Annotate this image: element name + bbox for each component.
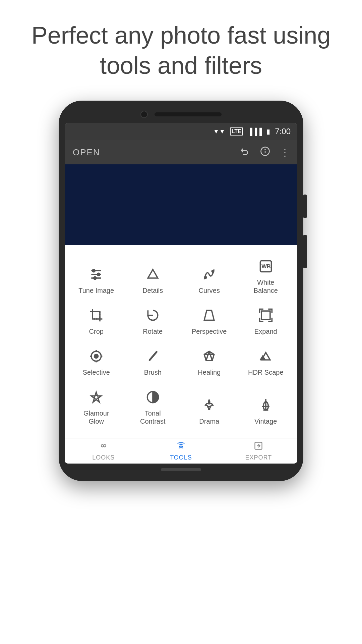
headline: Perfect any photo fast using tools and f… xyxy=(0,20,362,80)
tool-glamour-glow[interactable]: Glamour Glow xyxy=(68,382,125,431)
app-toolbar: OPEN xyxy=(65,140,297,164)
nav-export[interactable]: EXPORT xyxy=(220,441,297,461)
export-label: EXPORT xyxy=(245,454,272,461)
nav-looks[interactable]: LOOKS xyxy=(65,441,142,461)
tune-image-label: Tune Image xyxy=(78,286,114,294)
tool-details[interactable]: Details xyxy=(125,252,181,301)
hdr-scape-label: HDR Scape xyxy=(248,368,284,376)
tool-expand[interactable]: Expand xyxy=(238,301,294,341)
bottom-nav: LOOKS TOOLS xyxy=(65,438,297,464)
svg-rect-17 xyxy=(261,311,270,320)
wifi-icon: ▼ xyxy=(213,128,225,135)
volume-button xyxy=(303,195,307,218)
healing-label: Healing xyxy=(198,368,221,376)
looks-label: LOOKS xyxy=(92,454,115,461)
svg-point-8 xyxy=(98,273,100,275)
svg-point-12 xyxy=(212,270,214,272)
perspective-icon xyxy=(200,307,218,324)
more-options-icon[interactable]: ⋮ xyxy=(280,147,289,158)
tool-drama[interactable]: Drama xyxy=(181,382,238,431)
svg-point-11 xyxy=(205,276,207,278)
crop-icon xyxy=(87,307,105,324)
svg-marker-16 xyxy=(204,310,214,320)
tool-grid: Tune Image Details xyxy=(68,252,294,431)
svg-point-31 xyxy=(95,395,98,399)
tool-crop[interactable]: Crop xyxy=(68,301,125,341)
tool-tonal-contrast[interactable]: Tonal Contrast xyxy=(125,382,181,431)
tool-healing[interactable]: Healing xyxy=(181,341,238,382)
tool-white-balance[interactable]: WB White Balance xyxy=(238,252,294,301)
undo-icon[interactable] xyxy=(240,146,250,159)
svg-point-3 xyxy=(265,149,265,150)
home-indicator xyxy=(161,468,201,471)
export-icon xyxy=(254,441,263,453)
looks-icon xyxy=(99,441,108,453)
vintage-icon xyxy=(257,396,275,414)
svg-marker-29 xyxy=(259,355,265,360)
details-label: Details xyxy=(142,286,163,294)
info-icon[interactable] xyxy=(260,146,270,159)
white-balance-label: White Balance xyxy=(254,278,278,294)
signal-bars-icon: ▐▐▐ xyxy=(248,128,262,136)
battery-icon: ▮ xyxy=(266,127,270,136)
svg-marker-30 xyxy=(92,392,101,402)
crop-label: Crop xyxy=(89,327,104,335)
tool-selective[interactable]: Selective xyxy=(68,341,125,382)
tools-label: TOOLS xyxy=(170,454,192,461)
tools-panel: Tune Image Details xyxy=(65,245,297,438)
time-display: 7:00 xyxy=(275,127,291,136)
svg-point-9 xyxy=(94,277,96,279)
details-icon xyxy=(144,266,162,283)
tune-image-icon xyxy=(87,266,105,283)
tools-icon xyxy=(176,441,186,453)
rotate-label: Rotate xyxy=(143,327,163,335)
nav-tools[interactable]: TOOLS xyxy=(142,441,220,461)
curves-icon xyxy=(200,266,218,283)
white-balance-icon: WB xyxy=(257,258,275,275)
tonal-contrast-label: Tonal Contrast xyxy=(140,409,166,425)
front-camera xyxy=(140,111,148,118)
svg-point-18 xyxy=(94,354,99,359)
glamour-glow-icon xyxy=(87,388,105,406)
tool-perspective[interactable]: Perspective xyxy=(181,301,238,341)
drama-label: Drama xyxy=(199,417,219,425)
svg-point-37 xyxy=(104,444,106,447)
tool-brush[interactable]: Brush xyxy=(125,341,181,382)
svg-text:WB: WB xyxy=(261,263,271,269)
drama-icon xyxy=(200,396,218,414)
vintage-label: Vintage xyxy=(254,417,277,425)
perspective-label: Perspective xyxy=(192,327,227,335)
brush-icon xyxy=(144,347,162,365)
tool-hdr-scape[interactable]: HDR Scape xyxy=(238,341,294,382)
tonal-contrast-icon xyxy=(144,388,162,406)
svg-rect-15 xyxy=(93,312,100,319)
tool-vintage[interactable]: Vintage xyxy=(238,382,294,431)
phone-shell: ▼ LTE ▐▐▐ ▮ 7:00 OPEN xyxy=(59,101,303,481)
svg-point-33 xyxy=(208,408,210,410)
tool-curves[interactable]: Curves xyxy=(181,252,238,301)
open-button[interactable]: OPEN xyxy=(73,147,100,158)
photo-preview xyxy=(65,164,297,245)
brush-label: Brush xyxy=(144,368,162,376)
curves-label: Curves xyxy=(199,286,220,294)
selective-icon xyxy=(87,347,105,365)
lte-badge: LTE xyxy=(230,127,243,136)
selective-label: Selective xyxy=(83,368,110,376)
expand-label: Expand xyxy=(254,327,277,335)
status-bar: ▼ LTE ▐▐▐ ▮ 7:00 xyxy=(65,123,297,140)
earpiece-speaker xyxy=(155,112,222,116)
power-button xyxy=(303,235,307,268)
rotate-icon xyxy=(144,307,162,324)
tool-tune-image[interactable]: Tune Image xyxy=(68,252,125,301)
toolbar-icon-group: ⋮ xyxy=(240,146,289,159)
hdr-scape-icon xyxy=(257,347,275,365)
phone-top-hardware xyxy=(65,111,297,118)
tool-rotate[interactable]: Rotate xyxy=(125,301,181,341)
screen: ▼ LTE ▐▐▐ ▮ 7:00 OPEN xyxy=(65,123,297,464)
glamour-glow-label: Glamour Glow xyxy=(83,409,109,425)
phone-bottom-bar xyxy=(65,468,297,471)
expand-icon xyxy=(257,307,275,324)
svg-marker-10 xyxy=(148,269,158,278)
svg-point-7 xyxy=(93,269,95,272)
healing-icon xyxy=(200,347,218,365)
